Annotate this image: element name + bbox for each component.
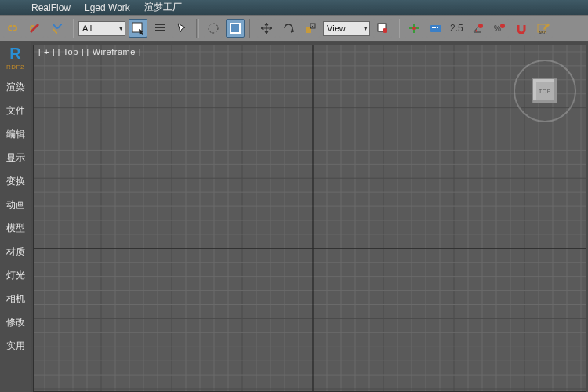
- svg-rect-11: [437, 27, 438, 28]
- menu-rdf[interactable]: 渲梦工厂: [144, 1, 182, 14]
- region-rect-icon[interactable]: [226, 19, 245, 38]
- select-toggle-icon[interactable]: [129, 19, 147, 38]
- sidebar-item-model[interactable]: 模型: [6, 222, 25, 235]
- chevron-down-icon: ▾: [119, 24, 123, 32]
- svg-point-7: [412, 27, 416, 30]
- svg-point-1: [209, 24, 218, 33]
- selection-filter-combo[interactable]: All ▾: [78, 21, 125, 36]
- svg-rect-8: [430, 25, 441, 32]
- sidebar-item-display[interactable]: 显示: [6, 151, 25, 165]
- rotate-icon[interactable]: [279, 19, 298, 38]
- chevron-down-icon: ▾: [364, 24, 368, 32]
- cursor-icon[interactable]: [172, 19, 191, 38]
- combo-value: View: [327, 24, 346, 33]
- pivot-icon[interactable]: [373, 19, 392, 38]
- sidebar-item-transform[interactable]: 变换: [6, 175, 25, 188]
- svg-point-14: [500, 24, 505, 28]
- move-icon[interactable]: [257, 19, 276, 38]
- region-circle-icon[interactable]: [204, 19, 223, 38]
- viewcube[interactable]: TOP: [514, 60, 576, 122]
- edit-named-sel-icon[interactable]: ABC: [534, 19, 553, 38]
- snap-toggle-icon[interactable]: [512, 19, 531, 38]
- menu-lgedwork[interactable]: Lged Work: [85, 2, 130, 13]
- svg-text:ABC: ABC: [539, 31, 547, 35]
- link-icon[interactable]: [3, 19, 22, 38]
- svg-point-6: [383, 28, 387, 33]
- svg-rect-9: [432, 27, 434, 28]
- sidebar-item-light[interactable]: 灯光: [6, 269, 25, 282]
- main-toolbar: All ▾ View ▾ 2.5 % ABC: [0, 15, 588, 42]
- menu-realflow[interactable]: RealFlow: [31, 2, 71, 13]
- viewport[interactable]: [ + ] [ Top ] [ Wireframe ] TOP: [33, 45, 586, 392]
- viewport-grid: [34, 45, 586, 391]
- manipulate-icon[interactable]: [405, 19, 423, 38]
- viewcube-face-top[interactable]: TOP: [532, 78, 557, 103]
- keyboard-shortcut-icon[interactable]: [426, 19, 445, 38]
- unlink-icon[interactable]: [25, 19, 44, 38]
- sidebar-item-render[interactable]: 渲染: [6, 81, 25, 94]
- viewport-label[interactable]: [ + ] [ Top ] [ Wireframe ]: [38, 47, 141, 56]
- sidebar-item-modify[interactable]: 修改: [6, 316, 25, 329]
- sidebar-item-utility[interactable]: 实用: [6, 339, 25, 353]
- snap-angle-icon[interactable]: [468, 19, 487, 38]
- sidebar: R RDF2 渲染 文件 编辑 显示 变换 动画 模型 材质 灯光 相机 修改 …: [0, 42, 31, 392]
- ref-coord-combo[interactable]: View ▾: [323, 21, 370, 36]
- svg-rect-2: [230, 24, 240, 33]
- snap-percent-icon[interactable]: %: [490, 19, 509, 38]
- sidebar-item-file[interactable]: 文件: [6, 104, 25, 118]
- menubar: RealFlow Lged Work 渲梦工厂: [0, 0, 588, 15]
- rdf-logo-sub: RDF2: [6, 64, 24, 71]
- sidebar-item-edit[interactable]: 编辑: [6, 128, 25, 141]
- sidebar-item-material[interactable]: 材质: [6, 245, 25, 259]
- svg-text:%: %: [494, 24, 501, 33]
- select-list-icon[interactable]: [151, 19, 169, 38]
- svg-point-12: [478, 24, 483, 28]
- combo-value: All: [82, 24, 92, 33]
- sidebar-item-animation[interactable]: 动画: [6, 198, 25, 212]
- svg-rect-10: [434, 27, 436, 28]
- spinner-value: 2.5: [448, 23, 465, 34]
- rdf-logo[interactable]: R: [9, 45, 20, 63]
- bind-icon[interactable]: [47, 19, 66, 38]
- scale-icon[interactable]: [301, 19, 320, 38]
- sidebar-item-camera[interactable]: 相机: [6, 292, 25, 306]
